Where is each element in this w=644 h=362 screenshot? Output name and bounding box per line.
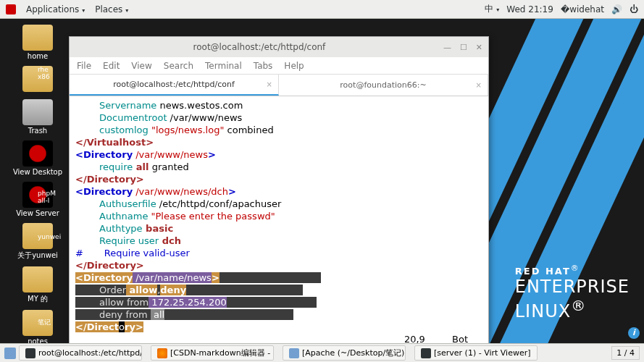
titlebar[interactable]: root@localhost:/etc/httpd/conf — ☐ ✕ xyxy=(70,37,488,57)
window-title: root@localhost:/etc/httpd/conf xyxy=(75,42,443,52)
top-panel: Applications ▾ Places ▾ 中 ▾ Wed 21:19 �w… xyxy=(0,0,644,19)
desktop: RED HAT® ENTERPRISE LINUX® i homerhex86T… xyxy=(0,19,644,343)
close-tab-icon[interactable]: × xyxy=(476,81,482,89)
menu-view[interactable]: View xyxy=(131,61,151,71)
vim-status: 20,9 Bot xyxy=(75,333,482,343)
desktop-icon[interactable]: View ServerphpMall-l xyxy=(9,182,67,217)
close-tab-icon[interactable]: × xyxy=(267,80,272,88)
menu-search[interactable]: Search xyxy=(164,61,193,71)
desktop-icon[interactable]: 关于yunweiyunwei xyxy=(9,223,67,261)
desktop-icon[interactable]: View Desktop xyxy=(9,140,67,176)
menu-edit[interactable]: Edit xyxy=(103,61,120,71)
terminal-tab[interactable]: root@localhost:/etc/httpd/conf× xyxy=(70,75,279,96)
applications-menu[interactable]: Applications ▾ xyxy=(26,4,85,14)
menu-help[interactable]: Help xyxy=(284,61,304,71)
terminal-content[interactable]: Servername news.westos.com Documentroot … xyxy=(70,96,488,343)
close-button[interactable]: ✕ xyxy=(476,43,482,52)
menu-file[interactable]: File xyxy=(77,61,91,71)
taskbar-item[interactable]: [Apache (~/Desktop/笔记) - gedit] xyxy=(283,345,406,361)
taskbar-item[interactable]: [CSDN-markdown编辑器 - Mozill... xyxy=(151,345,274,361)
show-desktop-icon[interactable] xyxy=(4,348,16,359)
taskbar-item[interactable]: root@localhost:/etc/httpd/conf xyxy=(19,345,142,361)
taskbar-item[interactable]: [server (1) - Virt Viewer] xyxy=(414,345,538,361)
desktop-icon[interactable]: rhex86 xyxy=(9,66,67,93)
menubar: FileEditViewSearchTerminalTabsHelp xyxy=(70,57,488,75)
terminal-window: root@localhost:/etc/httpd/conf — ☐ ✕ Fil… xyxy=(69,36,489,344)
volume-icon[interactable]: 🔊 xyxy=(611,4,622,14)
minimize-button[interactable]: — xyxy=(443,43,451,52)
menu-tabs[interactable]: Tabs xyxy=(254,61,273,71)
workspace-indicator[interactable]: 1 / 4 xyxy=(611,346,640,360)
desktop-icon[interactable]: MY 的 xyxy=(9,266,67,304)
maximize-button[interactable]: ☐ xyxy=(460,43,467,52)
info-icon[interactable]: i xyxy=(628,327,640,339)
terminal-tabs: root@localhost:/etc/httpd/conf×root@foun… xyxy=(70,75,488,96)
bottom-panel: root@localhost:/etc/httpd/conf[CSDN-mark… xyxy=(0,343,644,362)
places-menu[interactable]: Places ▾ xyxy=(95,4,128,14)
input-method[interactable]: 中 ▾ xyxy=(485,3,499,15)
menu-terminal[interactable]: Terminal xyxy=(205,61,242,71)
desktop-icons: homerhex86TrashView DesktopView Serverph… xyxy=(9,25,67,351)
power-icon[interactable]: ⏻ xyxy=(630,4,638,14)
desktop-icon[interactable]: Trash xyxy=(9,99,67,135)
network-icon[interactable]: �widehat xyxy=(561,4,604,14)
terminal-tab[interactable]: root@foundation66:~× xyxy=(279,75,488,96)
activities-icon[interactable] xyxy=(6,4,16,14)
clock[interactable]: Wed 21:19 xyxy=(506,4,553,14)
desktop-icon[interactable]: home xyxy=(9,25,67,60)
desktop-icon[interactable]: notes笔记 xyxy=(9,310,67,345)
